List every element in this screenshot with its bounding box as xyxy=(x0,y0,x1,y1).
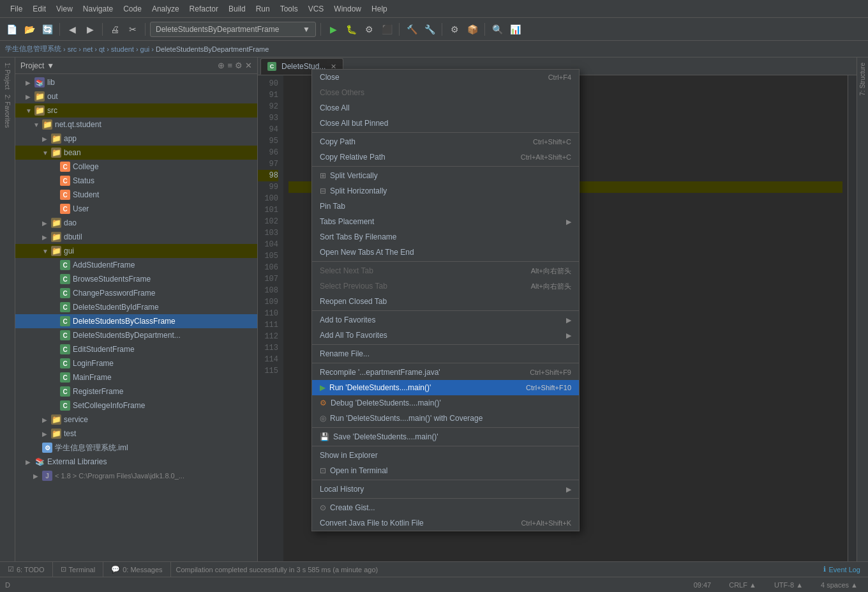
ctx-convert-kotlin[interactable]: Convert Java File to Kotlin File Ctrl+Al… xyxy=(312,515,579,531)
ctx-recompile[interactable]: Recompile '...epartmentFrame.java' Ctrl+… xyxy=(312,365,579,380)
menu-edit[interactable]: Edit xyxy=(27,3,51,15)
ctx-copy-path[interactable]: Copy Path Ctrl+Shift+C xyxy=(312,134,579,149)
tree-item-dbutil[interactable]: ▶ 📁 dbutil xyxy=(15,230,257,244)
tree-item-user[interactable]: C User xyxy=(15,202,257,216)
menu-refactor[interactable]: Refactor xyxy=(184,3,223,15)
breadcrumb-root[interactable]: 学生信息管理系统 xyxy=(5,44,61,54)
tree-item-register[interactable]: C RegisterFrame xyxy=(15,384,257,398)
tree-item-deletestudentsbyclass[interactable]: C DeleteStudentsByClassFrame xyxy=(15,314,257,328)
tree-item-mainframe[interactable]: C MainFrame xyxy=(15,370,257,384)
settings-icon[interactable]: ⚙ xyxy=(235,61,243,70)
search-btn[interactable]: 🔍 xyxy=(490,22,505,37)
menu-help[interactable]: Help xyxy=(366,3,393,15)
ctx-pin-tab[interactable]: Pin Tab xyxy=(312,199,579,214)
coverage-btn[interactable]: ⚙ xyxy=(361,22,377,37)
right-scrollbar[interactable] xyxy=(848,75,857,561)
collapse-icon[interactable]: ≡ xyxy=(227,61,232,70)
tree-item-bean[interactable]: ▼ 📁 bean xyxy=(15,146,257,160)
menu-build[interactable]: Build xyxy=(223,3,251,15)
cut-btn[interactable]: ✂ xyxy=(125,22,140,37)
ctx-reopen[interactable]: Reopen Closed Tab xyxy=(312,294,579,309)
todo-tab[interactable]: ☑ 6: TODO xyxy=(0,562,53,577)
ctx-close-all[interactable]: Close All xyxy=(312,100,579,116)
status-crlf[interactable]: CRLF ▲ xyxy=(724,577,761,593)
menu-view[interactable]: View xyxy=(51,3,78,15)
tree-item-setcollegeinfo[interactable]: C SetCollegeInfoFrame xyxy=(15,398,257,413)
breadcrumb-src[interactable]: src xyxy=(68,45,77,53)
tree-item-test[interactable]: ▶ 📁 test xyxy=(15,427,257,441)
close-panel-icon[interactable]: ✕ xyxy=(245,61,252,70)
tree-item-src[interactable]: ▼ 📁 src xyxy=(15,103,257,118)
ctx-open-new-end[interactable]: Open New Tabs At The End xyxy=(312,245,579,260)
ctx-copy-rel-path[interactable]: Copy Relative Path Ctrl+Alt+Shift+C xyxy=(312,149,579,165)
status-indent[interactable]: 4 spaces ▲ xyxy=(816,577,863,593)
tree-item-iml[interactable]: ⚙ 学生信息管理系统.iml xyxy=(15,441,257,455)
breadcrumb-file[interactable]: DeleteStudentsByDepartmentFrame xyxy=(156,45,269,53)
ctx-show-explorer[interactable]: Show in Explorer xyxy=(312,448,579,463)
status-encoding[interactable]: UTF-8 ▲ xyxy=(769,577,808,593)
ctx-local-history[interactable]: Local History ▶ xyxy=(312,482,579,497)
ctx-rename[interactable]: Rename File... xyxy=(312,346,579,361)
menu-code[interactable]: Code xyxy=(118,3,147,15)
ctx-add-fav[interactable]: Add to Favorites ▶ xyxy=(312,312,579,328)
tree-item-college[interactable]: C College xyxy=(15,160,257,174)
tree-item-service[interactable]: ▶ 📁 service xyxy=(15,413,257,427)
back-btn[interactable]: ◀ xyxy=(64,22,80,37)
breadcrumb-net[interactable]: net xyxy=(83,45,93,53)
sdk-btn[interactable]: 📦 xyxy=(465,22,480,37)
tree-item-deletestudentsbydept[interactable]: C DeleteStudentsByDepartment... xyxy=(15,328,257,342)
tree-item-netqtstudent[interactable]: ▼ 📁 net.qt.student xyxy=(15,118,257,132)
ctx-save[interactable]: 💾Save 'DeleteStudents....main()' xyxy=(312,429,579,444)
extra-btn[interactable]: 📊 xyxy=(507,22,523,37)
tree-item-browsestudents[interactable]: C BrowseStudentsFrame xyxy=(15,272,257,286)
sync-btn[interactable]: 🔄 xyxy=(40,22,55,37)
tree-item-extlibs[interactable]: ▶ 📚 External Libraries xyxy=(15,455,257,469)
menu-vcs[interactable]: VCS xyxy=(303,3,329,15)
messages-tab[interactable]: 💬 0: Messages xyxy=(103,562,170,577)
menu-run[interactable]: Run xyxy=(251,3,275,15)
new-file-btn[interactable]: 📄 xyxy=(4,22,19,37)
sidebar-project-btn[interactable]: 1: Project xyxy=(4,60,11,92)
sidebar-favorites-btn[interactable]: 2: Favorites xyxy=(4,92,11,130)
tree-item-changepassword[interactable]: C ChangePasswordFrame xyxy=(15,286,257,300)
forward-btn[interactable]: ▶ xyxy=(82,22,98,37)
terminal-tab[interactable]: ⊡ Terminal xyxy=(53,562,104,577)
locate-icon[interactable]: ⊕ xyxy=(218,61,225,70)
breadcrumb-gui[interactable]: gui xyxy=(140,45,150,53)
ctx-run-coverage[interactable]: ◎Run 'DeleteStudents....main()' with Cov… xyxy=(312,411,579,426)
tree-item-student[interactable]: C Student xyxy=(15,188,257,202)
tree-item-status[interactable]: C Status xyxy=(15,174,257,188)
ctx-sort-tabs[interactable]: Sort Tabs By Filename xyxy=(312,229,579,245)
menu-file[interactable]: File xyxy=(5,3,27,15)
stop-btn[interactable]: ⬛ xyxy=(379,22,394,37)
ctx-close[interactable]: Close Ctrl+F4 xyxy=(312,70,579,85)
structure-sidebar-label[interactable]: 7: Structure xyxy=(859,60,866,98)
breadcrumb-qt[interactable]: qt xyxy=(99,45,105,53)
tree-item-gui[interactable]: ▼ 📁 gui xyxy=(15,244,257,258)
ctx-create-gist[interactable]: ⊙Create Gist... xyxy=(312,500,579,515)
menu-window[interactable]: Window xyxy=(329,3,366,15)
run-btn[interactable]: ▶ xyxy=(326,22,341,37)
ctx-split-v[interactable]: ⊞Split Vertically xyxy=(312,168,579,183)
menu-analyze[interactable]: Analyze xyxy=(147,3,184,15)
build-btn[interactable]: 🔨 xyxy=(404,22,419,37)
debug-btn[interactable]: 🐛 xyxy=(343,22,359,37)
breadcrumb-student[interactable]: student xyxy=(111,45,134,53)
settings-btn[interactable]: ⚙ xyxy=(447,22,462,37)
tree-item-app[interactable]: ▶ 📁 app xyxy=(15,132,257,146)
run-config-dropdown[interactable]: DeleteStudentsByDepartmentFrame ▼ xyxy=(150,22,316,37)
ctx-tabs-placement[interactable]: Tabs Placement ▶ xyxy=(312,214,579,229)
menu-tools[interactable]: Tools xyxy=(275,3,303,15)
ctx-run[interactable]: ▶Run 'DeleteStudents....main()' Ctrl+Shi… xyxy=(312,380,579,395)
tree-item-jdk[interactable]: ▶ J < 1.8 > C:\Program Files\Java\jdk1.8… xyxy=(15,469,257,483)
ctx-debug[interactable]: ⚙Debug 'DeleteStudents....main()' xyxy=(312,395,579,411)
tree-item-out[interactable]: ▶ 📁 out xyxy=(15,89,257,103)
tree-item-dao[interactable]: ▶ 📁 dao xyxy=(15,216,257,230)
rebuild-btn[interactable]: 🔧 xyxy=(422,22,437,37)
tree-item-login[interactable]: C LoginFrame xyxy=(15,356,257,370)
print-btn[interactable]: 🖨 xyxy=(107,22,123,37)
tree-item-lib[interactable]: ▶ 📚 lib xyxy=(15,75,257,89)
open-btn[interactable]: 📂 xyxy=(22,22,37,37)
event-log-button[interactable]: ℹ Event Log xyxy=(816,562,868,577)
ctx-add-all-fav[interactable]: Add All To Favorites ▶ xyxy=(312,328,579,343)
